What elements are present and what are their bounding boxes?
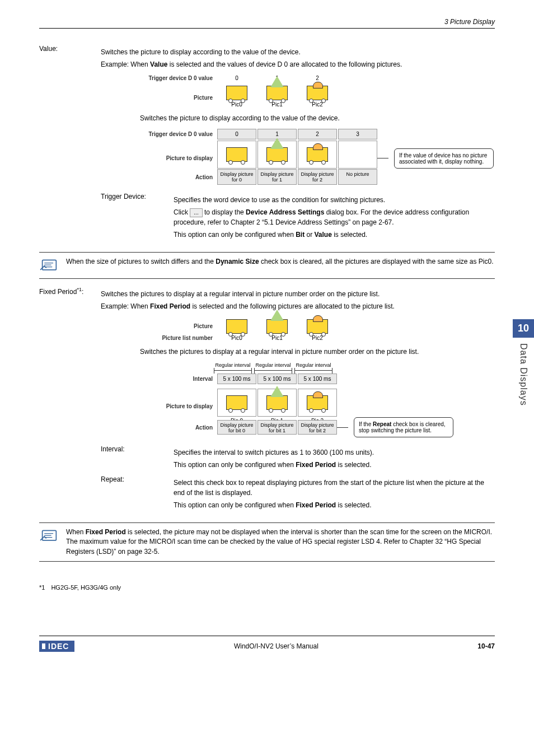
value-desc: Switches the picture to display accordin… <box>101 47 495 57</box>
fixed-period-label: Fixed Period*1: <box>39 287 101 515</box>
header-section: 3 Picture Display <box>444 18 495 26</box>
fixed-example: Example: When Fixed Period is selected a… <box>101 301 495 311</box>
interval-p2: This option can only be configured when … <box>174 460 495 470</box>
trigger-device-label: Trigger Device: <box>101 193 174 242</box>
fixed-diagram-simple: Picture Picture list number Pic0 Pic1 Pi <box>129 317 495 341</box>
trigger-p3: This option can only be configured when … <box>174 230 495 240</box>
fixed-callout: If the Repeat check box is cleared, stop… <box>354 417 453 437</box>
fixed-diagram-table: Regular interval Regular interval Regula… <box>129 362 495 437</box>
repeat-label: Repeat: <box>101 475 174 512</box>
trigger-p2: Click ... to display the Device Address … <box>174 207 495 227</box>
interval-label: Interval: <box>101 445 174 472</box>
value-diagram-table: Trigger device D 0 value 0 1 2 3 Picture… <box>129 129 495 185</box>
value-example: Example: When Value is selected and the … <box>101 59 495 69</box>
header-rule <box>39 28 495 29</box>
idec-logo: IDEC <box>39 641 74 652</box>
page-footer: IDEC WindO/I-NV2 User’s Manual 10-47 <box>39 636 495 652</box>
note-dynamic-size: When the size of pictures to switch diff… <box>39 252 495 279</box>
manual-title: WindO/I-NV2 User’s Manual <box>234 642 318 650</box>
repeat-p1: Select this check box to repeat displayi… <box>174 478 495 498</box>
note-icon <box>39 528 59 544</box>
fixed-p1: Switches the pictures to display at a re… <box>101 289 495 299</box>
value-mid-line: Switches the picture to display accordin… <box>140 113 495 123</box>
chapter-tab: 10 Data Displays <box>513 319 534 406</box>
chapter-title: Data Displays <box>518 343 528 406</box>
value-label: Value: <box>39 45 101 244</box>
note-icon <box>39 257 59 274</box>
footnote: *1 HG2G-5F, HG3G/4G only <box>39 584 495 591</box>
page-number: 10-47 <box>477 642 495 650</box>
trigger-p1: Specifies the word device to use as the … <box>174 195 495 205</box>
chapter-number: 10 <box>513 319 534 338</box>
note-fixed-period: When Fixed Period is selected, the pictu… <box>39 522 495 562</box>
ellipsis-button[interactable]: ... <box>190 208 202 217</box>
value-diagram-simple: Trigger device D 0 value 0 1 2 Picture <box>129 75 495 108</box>
repeat-p2: This option can only be configured when … <box>174 500 495 510</box>
value-callout: If the value of device has no picture as… <box>394 148 494 169</box>
fixed-mid-line: Switches the pictures to display at a re… <box>140 347 495 357</box>
interval-p1: Specifies the interval to switch picture… <box>174 447 495 458</box>
